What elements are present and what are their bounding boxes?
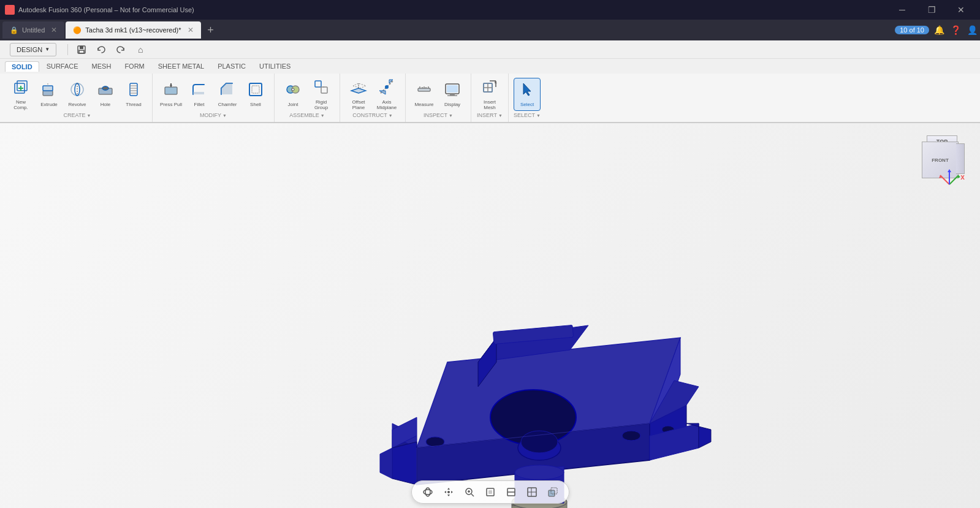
svg-point-104 (424, 490, 432, 495)
chamfer-button[interactable]: Chamfer (214, 78, 241, 111)
assemble-section-label: ASSEMBLE ▼ (289, 112, 324, 119)
svg-marker-107 (447, 495, 450, 496)
measure-button[interactable]: Measure (411, 78, 438, 111)
notification-icon[interactable]: 🔔 (934, 25, 944, 35)
section-construct: Offset Plane Axis Midplane CONSTR (340, 74, 406, 122)
tab-sheet-metal[interactable]: SHEET METAL (152, 61, 210, 71)
modify-caret-icon: ▼ (222, 113, 227, 118)
save-button[interactable] (74, 42, 89, 57)
redo-button[interactable] (113, 42, 128, 57)
joint-button[interactable]: Joint (279, 78, 306, 111)
bottom-toolbar (411, 480, 569, 504)
revolve-icon (69, 81, 86, 100)
svg-point-92 (515, 465, 564, 480)
revolve-button[interactable]: Revolve (64, 78, 91, 111)
help-icon[interactable]: ❓ (951, 25, 961, 35)
hole-label: Hole (101, 102, 110, 107)
inspect-caret-icon: ▼ (449, 113, 453, 118)
titlebar: Autodesk Fusion 360 (Personal – Not for … (0, 0, 980, 20)
svg-marker-106 (447, 488, 450, 490)
tab-solid[interactable]: SOLID (5, 61, 39, 72)
svg-marker-39 (379, 91, 386, 94)
minimize-button[interactable]: ─ (888, 0, 916, 20)
svg-rect-24 (193, 92, 204, 94)
joint-icon (284, 81, 302, 100)
tab-surface[interactable]: SURFACE (40, 61, 85, 71)
svg-marker-109 (451, 491, 453, 493)
svg-rect-1 (80, 46, 83, 49)
extrude-button[interactable]: Extrude (36, 78, 63, 111)
design-mode-button[interactable]: DESIGN ▼ (10, 43, 56, 56)
svg-rect-41 (418, 88, 430, 91)
home-button[interactable]: ⌂ (133, 42, 148, 57)
rigid-group-button[interactable]: Rigid Group (308, 78, 335, 111)
tab-form[interactable]: FORM (118, 61, 150, 71)
app-title: Autodesk Fusion 360 (Personal – Not for … (5, 5, 194, 15)
svg-rect-122 (549, 490, 555, 496)
restore-button[interactable]: ❐ (917, 0, 946, 20)
create-caret-icon: ▼ (86, 113, 91, 118)
fit-button[interactable] (482, 483, 499, 501)
tab-untitled[interactable]: 🔒 Untitled ✕ (2, 21, 64, 39)
axis-icon (378, 78, 395, 98)
new-component-button[interactable]: New Comp. (7, 78, 34, 111)
tab-tacha[interactable]: 🟠 Tacha 3d mk1 (v13~recovered)* ✕ (66, 21, 200, 39)
measure-icon (416, 81, 433, 100)
app-icon (5, 5, 15, 15)
svg-rect-4 (17, 81, 27, 91)
select-tools: Select (514, 76, 541, 112)
svg-line-99 (949, 175, 959, 184)
tab-icons: 🔔 ❓ 👤 (934, 25, 978, 35)
svg-rect-53 (488, 83, 492, 88)
svg-rect-48 (447, 85, 458, 93)
offset-plane-button[interactable]: Offset Plane (345, 78, 372, 111)
zoom-button[interactable] (461, 483, 478, 501)
assemble-tools: Joint Rigid Group (279, 76, 335, 112)
3d-model (355, 215, 723, 508)
press-pull-label: Press Pull (160, 102, 182, 107)
viewcube-front-label: FRONT (932, 157, 949, 163)
tab-tacha-close[interactable]: ✕ (188, 26, 194, 34)
display-settings-icon (444, 81, 461, 100)
grid-button[interactable] (523, 483, 541, 501)
insert-mesh-button[interactable]: Insert Mesh (476, 78, 503, 111)
fillet-button[interactable]: Fillet (186, 78, 213, 111)
undo-button[interactable] (94, 42, 108, 57)
tab-untitled-close[interactable]: ✕ (51, 26, 57, 34)
axis-button[interactable]: Axis Midplane (373, 78, 400, 111)
select-caret-icon: ▼ (536, 113, 541, 118)
svg-point-30 (292, 88, 294, 91)
construct-caret-icon: ▼ (389, 113, 393, 118)
hole-button[interactable]: Hole (92, 78, 119, 111)
add-tab-button[interactable]: + (202, 21, 219, 39)
viewcube-box[interactable]: TOP FRONT x (922, 135, 965, 178)
svg-marker-34 (351, 88, 366, 93)
viewport[interactable]: TOP FRONT x (0, 123, 980, 508)
select-button[interactable]: Select (514, 78, 541, 111)
tab-plastic[interactable]: PLASTIC (211, 61, 252, 71)
svg-marker-108 (444, 491, 446, 493)
insert-tools: Insert Mesh (476, 76, 503, 112)
svg-rect-31 (315, 81, 321, 87)
display-settings-button[interactable]: Display (439, 78, 466, 111)
section-analysis-button[interactable] (503, 483, 520, 501)
extrude-label: Extrude (40, 102, 58, 107)
shell-icon (247, 81, 264, 100)
viewcube[interactable]: TOP FRONT x (919, 135, 968, 184)
tab-tacha-label: Tacha 3d mk1 (v13~recovered)* (85, 26, 181, 34)
orbit-button[interactable] (419, 483, 436, 501)
press-pull-button[interactable]: Press Pull (158, 78, 184, 111)
visual-style-button[interactable] (544, 483, 561, 501)
tab-utilities[interactable]: UTILITIES (253, 61, 297, 71)
construct-section-label: CONSTRUCT ▼ (352, 112, 392, 119)
thread-icon (125, 81, 142, 100)
shell-button[interactable]: Shell (242, 78, 269, 111)
tab-mesh[interactable]: MESH (86, 61, 118, 71)
thread-button[interactable]: Thread (120, 78, 147, 111)
insert-section-label: INSERT ▼ (477, 112, 503, 119)
user-avatar[interactable]: 👤 (967, 25, 978, 35)
create-tools: New Comp. Extrude (7, 76, 147, 112)
pan-button[interactable] (440, 483, 457, 501)
close-button[interactable]: ✕ (947, 0, 975, 20)
modify-section-label: MODIFY ▼ (200, 112, 227, 119)
